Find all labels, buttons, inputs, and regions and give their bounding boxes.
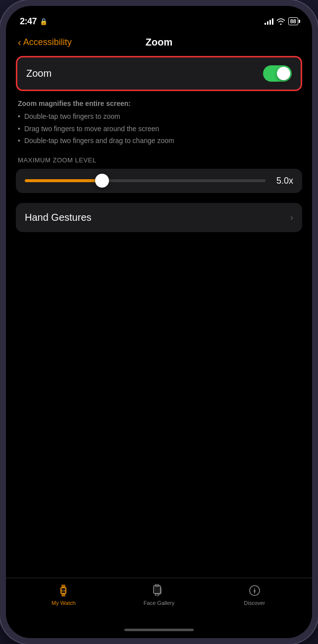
signal-bar-2 xyxy=(267,21,268,25)
status-time: 2:47 xyxy=(20,16,37,27)
zoom-level-slider[interactable] xyxy=(25,179,265,182)
signal-bar-4 xyxy=(272,18,273,25)
back-button[interactable]: ‹ Accessibility xyxy=(18,37,72,48)
my-watch-svg: 10:09 xyxy=(56,584,70,597)
signal-bar-1 xyxy=(265,23,266,25)
zoom-bullet-3: • Double-tap two fingers and drag to cha… xyxy=(18,135,300,146)
tab-bar: 10:09 My Watch xyxy=(6,578,312,621)
phone-frame: 2:47 🔒 88 xyxy=(0,0,318,644)
hand-gestures-chevron-icon: › xyxy=(290,212,293,223)
home-bar xyxy=(124,629,194,631)
zoom-toggle-label: Zoom xyxy=(26,68,52,79)
nav-bar: ‹ Accessibility Zoom xyxy=(6,33,312,53)
svg-rect-7 xyxy=(154,586,160,594)
status-icons: 88 xyxy=(265,17,298,25)
home-indicator xyxy=(6,621,312,638)
svg-rect-9 xyxy=(156,594,159,596)
zoom-toggle-row[interactable]: Zoom xyxy=(16,56,302,91)
slider-thumb[interactable] xyxy=(95,174,109,188)
discover-svg xyxy=(248,584,262,597)
tab-discover[interactable]: Discover xyxy=(207,583,302,606)
hand-gestures-row[interactable]: Hand Gestures › xyxy=(16,203,302,232)
tab-face-gallery-label: Face Gallery xyxy=(144,600,174,606)
tab-my-watch-label: My Watch xyxy=(52,600,76,606)
lock-icon: 🔒 xyxy=(40,18,48,25)
zoom-level-section-label: MAXIMUM ZOOM LEVEL xyxy=(16,156,302,169)
zoom-bullet-1: • Double-tap two fingers to zoom xyxy=(18,111,300,122)
page-title: Zoom xyxy=(146,37,172,48)
zoom-level-slider-container: 5.0x xyxy=(16,169,302,193)
svg-rect-2 xyxy=(61,594,65,596)
hand-gestures-label: Hand Gestures xyxy=(25,212,92,223)
signal-bars-icon xyxy=(265,18,273,25)
discover-icon xyxy=(247,583,262,598)
tab-face-gallery[interactable]: Face Gallery xyxy=(111,583,207,606)
tab-discover-label: Discover xyxy=(244,600,265,606)
face-gallery-icon xyxy=(152,583,166,598)
svg-rect-1 xyxy=(61,585,65,588)
battery-indicator: 88 xyxy=(288,17,298,25)
zoom-description: Zoom magnifies the entire screen: • Doub… xyxy=(16,91,302,156)
battery-level: 88 xyxy=(290,18,296,24)
face-gallery-svg xyxy=(152,584,166,597)
my-watch-icon: 10:09 xyxy=(56,583,71,598)
back-chevron-icon: ‹ xyxy=(18,37,21,48)
signal-bar-3 xyxy=(269,20,271,25)
zoom-description-bold: Zoom magnifies the entire screen: xyxy=(18,98,300,109)
zoom-toggle-switch[interactable] xyxy=(263,65,292,82)
toggle-knob xyxy=(277,67,290,80)
svg-point-13 xyxy=(254,590,255,592)
slider-value-display: 5.0x xyxy=(272,176,293,186)
back-label: Accessibility xyxy=(23,37,72,48)
dynamic-island xyxy=(129,13,189,30)
phone-screen: 2:47 🔒 88 xyxy=(6,6,312,638)
wifi-icon xyxy=(276,18,285,25)
main-content: Zoom Zoom magnifies the entire screen: •… xyxy=(6,53,312,578)
svg-text:10:09: 10:09 xyxy=(61,590,66,592)
zoom-bullet-2: • Drag two fingers to move around the sc… xyxy=(18,123,300,134)
tab-my-watch[interactable]: 10:09 My Watch xyxy=(16,583,111,606)
